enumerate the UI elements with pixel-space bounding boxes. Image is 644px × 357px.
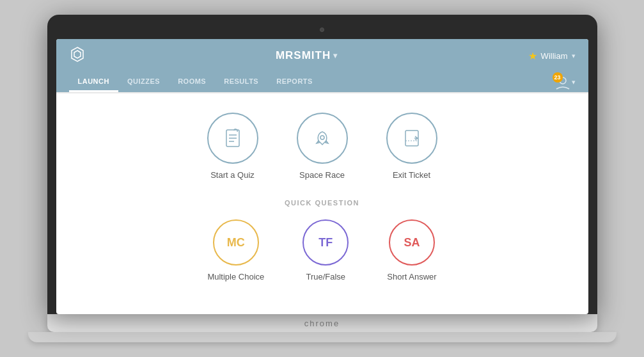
sa-label: Short Answer xyxy=(387,272,436,282)
sa-circle: SA xyxy=(389,219,435,266)
start-quiz-label: Start a Quiz xyxy=(210,170,255,180)
screen: MRSMITH ▾ ★ William ▾ LAUNCH QUIZZES ROO… xyxy=(56,39,588,314)
camera-bar xyxy=(56,24,588,35)
nav-right: 23 ▾ xyxy=(554,75,576,90)
main-content: Start a Quiz Space Race xyxy=(56,93,588,294)
start-quiz-circle xyxy=(207,113,258,164)
space-race-circle xyxy=(297,113,348,164)
user-name: William xyxy=(541,51,568,61)
action-space-race[interactable]: Space Race xyxy=(297,113,348,180)
nav-item-reports[interactable]: REPORTS xyxy=(267,72,322,92)
title-chevron: ▾ xyxy=(333,51,338,60)
nav-avatar-chevron: ▾ xyxy=(572,78,576,86)
laptop-brand: chrome xyxy=(304,319,340,328)
svg-point-7 xyxy=(320,136,324,139)
site-title-text: MRSMITH xyxy=(276,49,331,62)
svg-marker-0 xyxy=(72,47,83,61)
nav-item-results[interactable]: RESULTS xyxy=(215,72,267,92)
header-logo-icon xyxy=(69,46,86,66)
laptop-base: chrome xyxy=(47,314,597,332)
qq-true-false[interactable]: TF True/False xyxy=(302,219,349,282)
nav-items: LAUNCH QUIZZES ROOMS RESULTS REPORTS xyxy=(69,72,322,92)
header-title[interactable]: MRSMITH ▾ xyxy=(276,49,338,62)
user-chevron: ▾ xyxy=(572,52,576,60)
space-race-label: Space Race xyxy=(299,170,345,180)
laptop-frame: MRSMITH ▾ ★ William ▾ LAUNCH QUIZZES ROO… xyxy=(47,15,597,314)
notification-badge: 23 xyxy=(553,72,563,83)
action-start-quiz[interactable]: Start a Quiz xyxy=(207,113,258,180)
action-exit-ticket[interactable]: Exit Ticket xyxy=(386,113,437,180)
qq-multiple-choice[interactable]: MC Multiple Choice xyxy=(207,219,264,282)
qq-short-answer[interactable]: SA Short Answer xyxy=(387,219,436,282)
header-right: ★ William ▾ xyxy=(528,50,576,62)
tf-label: True/False xyxy=(306,272,345,282)
action-row: Start a Quiz Space Race xyxy=(207,113,437,180)
camera-dot xyxy=(320,28,324,32)
quick-question-row: MC Multiple Choice TF True/False SA Shor… xyxy=(207,219,436,282)
star-icon: ★ xyxy=(528,50,537,62)
tf-circle: TF xyxy=(302,219,349,266)
quick-question-title: QUICK QUESTION xyxy=(285,199,359,207)
mc-circle: MC xyxy=(213,219,259,266)
laptop-foot xyxy=(28,332,617,342)
nav-item-rooms[interactable]: ROOMS xyxy=(169,72,215,92)
exit-ticket-circle xyxy=(386,113,437,164)
nav-item-quizzes[interactable]: QUIZZES xyxy=(118,72,169,92)
exit-ticket-label: Exit Ticket xyxy=(393,170,430,180)
svg-marker-1 xyxy=(74,51,81,58)
app-header: MRSMITH ▾ ★ William ▾ xyxy=(56,39,588,72)
nav-bar: LAUNCH QUIZZES ROOMS RESULTS REPORTS 23 … xyxy=(56,72,588,93)
mc-label: Multiple Choice xyxy=(207,272,264,282)
nav-item-launch[interactable]: LAUNCH xyxy=(69,72,118,92)
